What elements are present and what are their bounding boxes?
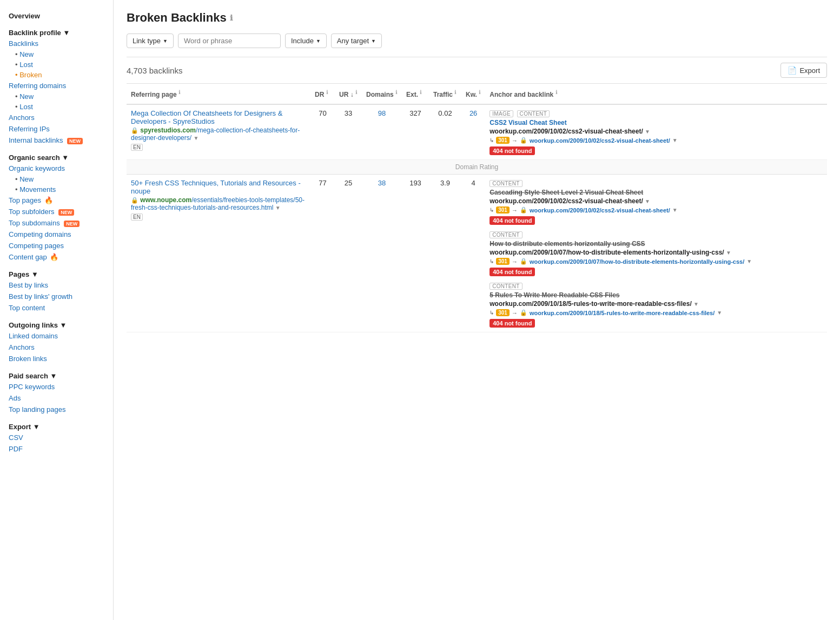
redirect-arrow-8: →: [512, 310, 518, 316]
kw-cell[interactable]: 26: [461, 104, 485, 160]
tag-content-4: CONTENT: [490, 283, 522, 290]
redirect-arrow-icon: ↳: [490, 137, 494, 143]
word-or-phrase-input[interactable]: [178, 34, 281, 48]
sidebar-item-competing-domains[interactable]: Competing domains: [0, 229, 113, 240]
expand-icon-2[interactable]: ▼: [672, 137, 678, 143]
dr-tooltip-cell: Domain Rating: [127, 160, 827, 175]
sidebar-item-top-subfolders[interactable]: Top subfolders NEW: [0, 206, 113, 217]
sidebar-item-top-content[interactable]: Top content: [0, 302, 113, 314]
redirect-row-3: ↳ 301 → 🔒 woorkup.com/2009/10/07/how-to-…: [490, 258, 823, 265]
lock-icon-6: 🔒: [520, 309, 527, 316]
export-label: Export: [799, 66, 820, 75]
sidebar-item-top-subdomains[interactable]: Top subdomains NEW: [0, 217, 113, 229]
th-referring-page[interactable]: Referring page ℹ: [127, 84, 310, 104]
sidebar-item-best-by-links-growth[interactable]: Best by links' growth: [0, 291, 113, 302]
sidebar-item-top-landing-pages[interactable]: Top landing pages: [0, 404, 113, 415]
sidebar-item-top-pages[interactable]: Top pages 🔥: [0, 195, 113, 206]
tag-badges-4: CONTENT: [490, 282, 823, 291]
sidebar-item-ads[interactable]: Ads: [0, 392, 113, 404]
sidebar-subitem-backlinks-broken[interactable]: Broken: [0, 70, 113, 80]
expand-icon-3[interactable]: ▼: [275, 205, 281, 211]
kw-cell-2: 4: [461, 175, 485, 332]
sidebar-backlink-profile[interactable]: Backlink profile ▼: [0, 25, 113, 38]
domains-cell-2[interactable]: 38: [362, 175, 402, 332]
sidebar-item-organic-keywords[interactable]: Organic keywords: [0, 163, 113, 174]
table-row: Mega Collection Of Cheatsheets for Desig…: [127, 104, 827, 160]
backlink-url-3: woorkup.com/2009/10/07/how-to-distribute…: [490, 249, 823, 256]
sidebar-item-pdf[interactable]: PDF: [0, 443, 113, 455]
anchor-link-4[interactable]: 5 Rules To Write More Readable CSS Files: [490, 291, 823, 299]
sidebar-item-referring-ips[interactable]: Referring IPs: [0, 123, 113, 135]
th-traffic[interactable]: Traffic ℹ: [429, 84, 461, 104]
sidebar-item-broken-links[interactable]: Broken links: [0, 353, 113, 364]
th-ur[interactable]: UR ↓ ℹ: [335, 84, 362, 104]
anchor-link-2[interactable]: Cascading Style Sheet Level 2 Visual Che…: [490, 189, 823, 196]
sidebar-subitem-ok-new[interactable]: New: [0, 174, 113, 184]
export-button[interactable]: 📄 Export: [781, 63, 827, 78]
extra-backlink-2: CONTENT 5 Rules To Write More Readable C…: [490, 282, 823, 328]
tag-content: CONTENT: [517, 110, 550, 117]
referring-domain: 🔒 spyrestudios.com/mega-collection-of-ch…: [131, 126, 306, 142]
link-type-arrow: ▼: [163, 38, 168, 44]
lock-icon-4: 🔒: [520, 206, 527, 214]
traffic-cell-2: 3.9: [429, 175, 461, 332]
expand-icon[interactable]: ▼: [645, 129, 650, 135]
sidebar-paid-search[interactable]: Paid search ▼: [0, 369, 113, 381]
expand-icon-6[interactable]: ▼: [726, 250, 731, 256]
sidebar-item-referring-domains[interactable]: Referring domains: [0, 80, 113, 91]
expand-icon-7[interactable]: ▼: [746, 258, 752, 264]
sidebar-subitem-backlinks-new[interactable]: New: [0, 49, 113, 59]
sidebar-item-best-by-links[interactable]: Best by links: [0, 279, 113, 291]
sidebar-subitem-backlinks-lost[interactable]: Lost: [0, 59, 113, 70]
expand-icon-9[interactable]: ▼: [717, 310, 722, 316]
page-title: Broken Backlinks ℹ: [127, 11, 827, 25]
redirect-row-2: ↳ 301 → 🔒 woorkup.com/2009/10/02/css2-vi…: [490, 206, 823, 214]
referring-page-cell: Mega Collection Of Cheatsheets for Desig…: [127, 104, 310, 160]
th-kw[interactable]: Kw. ℹ: [461, 84, 485, 104]
expand-icon-5[interactable]: ▼: [672, 207, 678, 213]
sidebar-item-internal-backlinks[interactable]: Internal backlinks NEW: [0, 135, 113, 146]
sidebar-outgoing-links[interactable]: Outgoing links ▼: [0, 318, 113, 330]
sidebar-item-competing-pages[interactable]: Competing pages: [0, 240, 113, 251]
sidebar-item-linked-domains[interactable]: Linked domains: [0, 330, 113, 342]
th-domains[interactable]: Domains ℹ: [362, 84, 402, 104]
sidebar-item-anchors-out[interactable]: Anchors: [0, 342, 113, 353]
sidebar-subitem-rd-lost[interactable]: Lost: [0, 102, 113, 112]
stats-bar: 4,703 backlinks 📄 Export: [127, 57, 827, 84]
link-type-button[interactable]: Link type ▼: [127, 34, 174, 48]
sidebar-subitem-rd-new[interactable]: New: [0, 91, 113, 102]
redirect-url-4[interactable]: woorkup.com/2009/10/18/5-rules-to-write-…: [530, 310, 715, 316]
redirect-url-2[interactable]: woorkup.com/2009/10/02/css2-visual-cheat…: [530, 207, 670, 214]
sidebar-subitem-ok-movements[interactable]: Movements: [0, 184, 113, 195]
sidebar-overview[interactable]: Overview: [0, 9, 113, 21]
info-icon[interactable]: ℹ: [230, 14, 233, 22]
th-ext[interactable]: Ext. ℹ: [402, 84, 429, 104]
sidebar-item-ppc-keywords[interactable]: PPC keywords: [0, 381, 113, 392]
referring-page-link[interactable]: Mega Collection Of Cheatsheets for Desig…: [131, 109, 306, 125]
sidebar-item-csv[interactable]: CSV: [0, 432, 113, 443]
sidebar-item-anchors[interactable]: Anchors: [0, 112, 113, 123]
expand-icon[interactable]: ▼: [193, 135, 199, 141]
sidebar-export[interactable]: Export ▼: [0, 419, 113, 432]
sidebar-item-content-gap[interactable]: Content gap 🔥: [0, 251, 113, 263]
redirect-row: ↳ 301 → 🔒 woorkup.com/2009/10/02/css2-vi…: [490, 137, 823, 144]
expand-icon-4[interactable]: ▼: [645, 198, 650, 204]
sidebar-organic-search[interactable]: Organic search ▼: [0, 150, 113, 163]
th-dr[interactable]: DR ℹ: [310, 84, 335, 104]
fire-icon: 🔥: [44, 196, 53, 204]
sidebar-item-backlinks[interactable]: Backlinks: [0, 38, 113, 49]
tag-image: IMAGE: [490, 110, 513, 117]
domains-cell[interactable]: 98: [362, 104, 402, 160]
anchor-link[interactable]: CSS2 Visual Cheat Sheet: [490, 119, 823, 126]
anchor-link-3[interactable]: How to distribute elements horizontally …: [490, 240, 823, 248]
expand-icon-8[interactable]: ▼: [693, 301, 699, 307]
th-anchor[interactable]: Anchor and backlink ℹ: [485, 84, 827, 104]
referring-page-link-2[interactable]: 50+ Fresh CSS Techniques, Tutorials and …: [131, 179, 306, 195]
any-target-button[interactable]: Any target ▼: [331, 34, 382, 48]
redirect-url[interactable]: woorkup.com/2009/10/02/css2-visual-cheat…: [530, 137, 670, 144]
sidebar-pages[interactable]: Pages ▼: [0, 267, 113, 279]
dr-cell-2: 77: [310, 175, 335, 332]
referring-domain-2: 🔒 www.noupe.com/essentials/freebies-tool…: [131, 196, 306, 211]
redirect-url-3[interactable]: woorkup.com/2009/10/07/how-to-distribute…: [530, 258, 744, 265]
include-button[interactable]: Include ▼: [285, 34, 327, 48]
